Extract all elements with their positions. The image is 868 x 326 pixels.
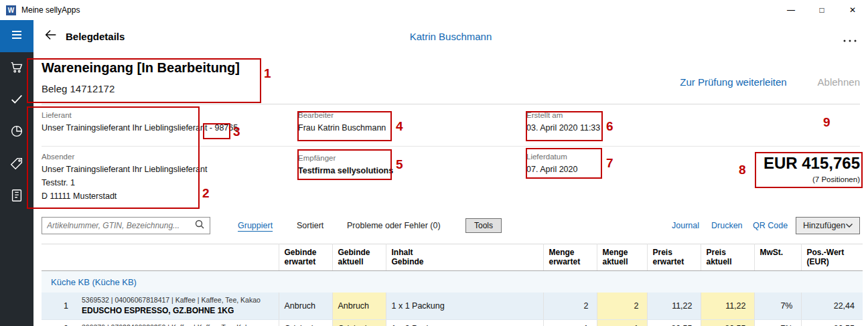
sender-label: Absender bbox=[42, 153, 207, 161]
col-header-menge-erwartet: Menge erwartet bbox=[543, 244, 597, 271]
menge-erwartet-cell: 2 bbox=[543, 293, 597, 320]
tab-problems[interactable]: Probleme oder Fehler (0) bbox=[347, 221, 441, 230]
field-editor: Bearbeiter Frau Katrin Buschmann bbox=[298, 111, 386, 133]
field-created-at: Erstellt am 03. April 2020 11:33 bbox=[526, 111, 600, 133]
col-header-inhalt-gebinde: Inhalt Gebinde bbox=[386, 244, 543, 271]
created-at-value: 03. April 2020 11:33 bbox=[526, 123, 600, 133]
tab-sorted[interactable]: Sortiert bbox=[297, 221, 323, 230]
menge-aktuell-cell[interactable]: 1 bbox=[597, 320, 647, 326]
total-positions: (7 Positionen) bbox=[764, 175, 860, 183]
print-link[interactable]: Drucken bbox=[711, 221, 743, 230]
preis-aktuell-cell[interactable]: 80,55 bbox=[701, 320, 754, 326]
menge-aktuell-cell[interactable]: 2 bbox=[597, 293, 647, 320]
pie-chart-icon bbox=[9, 124, 24, 141]
tab-grouped[interactable]: Gruppiert bbox=[238, 221, 273, 230]
col-header-pos-wert: Pos.-Wert (EUR) bbox=[801, 244, 863, 271]
more-icon bbox=[843, 33, 857, 45]
recipient-label: Empfänger bbox=[298, 154, 393, 162]
window-controls: — □ ✕ bbox=[776, 0, 868, 20]
sidebar-item-tasks[interactable] bbox=[0, 84, 33, 116]
preis-erwartet-cell: 80,55 bbox=[647, 320, 701, 326]
chevron-down-icon bbox=[845, 221, 853, 230]
main-content: Wareneingang [In Bearbeitung] Beleg 1471… bbox=[33, 52, 868, 326]
col-header-rownum bbox=[42, 244, 78, 271]
editor-label: Bearbeiter bbox=[298, 111, 386, 119]
col-header-menge-aktuell: Menge aktuell bbox=[597, 244, 647, 271]
row-number: 2 bbox=[42, 320, 78, 326]
gebinde-aktuell-cell[interactable]: Anbruch bbox=[332, 293, 386, 320]
article-meta: 369379 | 07622400820250 | Kaffee | Kaffe… bbox=[82, 323, 273, 326]
group-row[interactable]: Küche KB (Küche KB) bbox=[42, 271, 863, 293]
app-icon: W bbox=[6, 5, 16, 15]
search-input[interactable] bbox=[47, 221, 194, 230]
supplier-label: Lieferant bbox=[42, 111, 238, 119]
sidebar-item-tags[interactable] bbox=[0, 149, 33, 181]
table-row[interactable]: 2 369379 | 07622400820250 | Kaffee | Kaf… bbox=[42, 320, 863, 326]
sender-name: Unser Trainingslieferant Ihr Lieblingsli… bbox=[42, 165, 207, 174]
supplier-number: 98765 bbox=[214, 123, 238, 133]
check-icon bbox=[9, 92, 24, 109]
mwst-cell: 7% bbox=[754, 293, 801, 320]
sidebar bbox=[0, 20, 33, 326]
preis-erwartet-cell: 11,22 bbox=[647, 293, 701, 320]
sender-city: D 11111 Musterstadt bbox=[42, 191, 207, 201]
col-header-preis-aktuell: Preis aktuell bbox=[701, 244, 754, 271]
search-icon[interactable] bbox=[194, 219, 205, 232]
journal-link[interactable]: Journal bbox=[672, 221, 699, 230]
recipient-value: Testfirma sellysolutions bbox=[298, 166, 393, 175]
app-header: Katrin Buschmann Belegdetails bbox=[33, 20, 868, 52]
more-button[interactable] bbox=[843, 33, 857, 46]
field-supplier: Lieferant Unser Trainingslieferant Ihr L… bbox=[42, 111, 238, 133]
sidebar-item-statistics[interactable] bbox=[0, 116, 33, 149]
document-total: EUR 415,765 (7 Positionen) bbox=[764, 154, 860, 183]
delivery-date-label: Lieferdatum bbox=[526, 153, 577, 161]
positions-table: Gebinde erwartet Gebinde aktuell Inhalt … bbox=[42, 244, 863, 326]
gebinde-erwartet-cell: Anbruch bbox=[279, 293, 332, 320]
field-sender: Absender Unser Trainingslieferant Ihr Li… bbox=[42, 153, 207, 201]
article-cell: 5369532 | 04006067818417 | Kaffee | Kaff… bbox=[78, 293, 279, 320]
minimize-button[interactable]: — bbox=[776, 0, 806, 20]
col-header-gebinde-erwartet: Gebinde erwartet bbox=[279, 244, 332, 271]
add-button[interactable]: Hinzufügen bbox=[796, 217, 860, 234]
col-header-gebinde-aktuell: Gebinde aktuell bbox=[332, 244, 386, 271]
gebinde-erwartet-cell: Original bbox=[279, 320, 332, 326]
article-meta: 5369532 | 04006067818417 | Kaffee | Kaff… bbox=[82, 296, 273, 304]
row-number: 1 bbox=[42, 293, 78, 320]
tools-button[interactable]: Tools bbox=[465, 218, 502, 233]
mwst-cell: 7% bbox=[754, 320, 801, 326]
document-number: Beleg 14712172 bbox=[42, 83, 115, 94]
pos-wert-cell: 22,44 bbox=[801, 293, 863, 320]
supplier-name: Unser Trainingslieferant Ihr Lieblingsli… bbox=[42, 123, 214, 133]
sender-street: Teststr. 1 bbox=[42, 178, 207, 187]
article-cell: 369379 | 07622400820250 | Kaffee | Kaffe… bbox=[78, 320, 279, 326]
forward-for-review-link[interactable]: Zur Prüfung weiterleiten bbox=[680, 76, 786, 88]
delivery-date-value: 07. April 2020 bbox=[526, 165, 577, 174]
user-name[interactable]: Katrin Buschmann bbox=[33, 31, 868, 42]
col-header-article bbox=[78, 244, 279, 271]
field-recipient: Empfänger Testfirma sellysolutions bbox=[298, 154, 393, 175]
col-header-mwst: MwSt. bbox=[754, 244, 801, 271]
window-titlebar: W Meine sellyApps — □ ✕ bbox=[0, 0, 868, 20]
qr-code-link[interactable]: QR Code bbox=[753, 221, 788, 230]
article-name: EDUSCHO ESPRESSO, GZ.BOHNE 1KG bbox=[82, 306, 273, 315]
total-amount: EUR 415,765 bbox=[764, 154, 860, 173]
editor-value: Frau Katrin Buschmann bbox=[298, 123, 386, 133]
gebinde-aktuell-cell[interactable]: Original bbox=[332, 320, 386, 326]
table-row[interactable]: 1 5369532 | 04006067818417 | Kaffee | Ka… bbox=[42, 293, 863, 320]
group-label: Küche KB (Küche KB) bbox=[42, 271, 863, 293]
close-button[interactable]: ✕ bbox=[837, 0, 868, 20]
document-actions: Zur Prüfung weiterleiten Ablehnen bbox=[680, 76, 860, 88]
menu-button[interactable] bbox=[0, 20, 33, 52]
search-box bbox=[42, 217, 210, 234]
divider bbox=[42, 146, 860, 147]
book-icon bbox=[9, 188, 24, 206]
table-header-row: Gebinde erwartet Gebinde aktuell Inhalt … bbox=[42, 244, 863, 271]
window-title: Meine sellyApps bbox=[21, 5, 80, 15]
preis-aktuell-cell[interactable]: 11,22 bbox=[701, 293, 754, 320]
hamburger-icon bbox=[10, 28, 23, 44]
col-header-preis-erwartet: Preis erwartet bbox=[647, 244, 701, 271]
maximize-button[interactable]: □ bbox=[806, 0, 837, 20]
reject-button[interactable]: Ablehnen bbox=[818, 76, 860, 88]
sidebar-item-journal[interactable] bbox=[0, 181, 33, 213]
sidebar-item-cart[interactable] bbox=[0, 52, 33, 84]
